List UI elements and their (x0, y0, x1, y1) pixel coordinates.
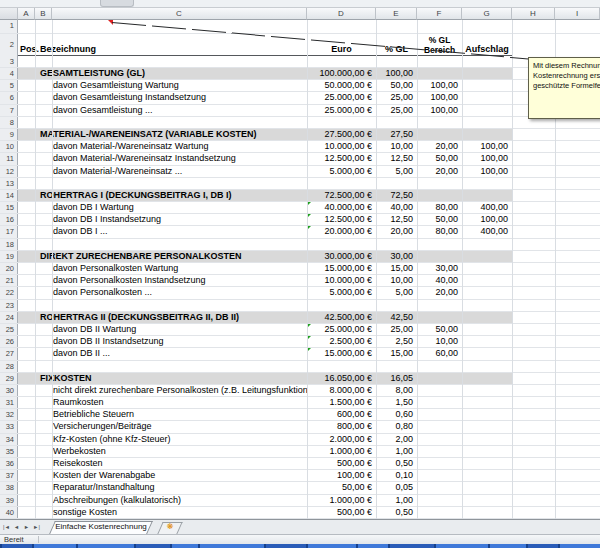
cell-i[interactable] (555, 446, 600, 457)
cell-h[interactable] (512, 153, 555, 164)
cell-h[interactable] (512, 421, 555, 432)
sheet-tab-active[interactable]: Einfache Kostenrechnung (49, 520, 153, 534)
cell-bezeichnung[interactable]: sonstige Kosten (18, 507, 307, 518)
cell-bezeichnung[interactable]: davon DB I Wartung (18, 202, 307, 213)
cell-h[interactable] (512, 214, 555, 225)
cell-aufschlag[interactable] (462, 361, 512, 372)
cell-h[interactable] (512, 202, 555, 213)
row-header[interactable]: 9 (0, 129, 18, 140)
cell-i[interactable] (555, 300, 600, 311)
cell-bezeichnung[interactable]: ROHERTRAG II (DECKUNGSBEITRAG II, DB II) (18, 312, 307, 323)
cell-aufschlag[interactable] (462, 421, 512, 432)
cell-h[interactable] (512, 141, 555, 152)
header-pos[interactable]: Pos. (18, 34, 40, 56)
row-header[interactable]: 37 (0, 470, 18, 481)
taskbar-button[interactable] (528, 544, 558, 548)
cell-pct-gl-bereich[interactable] (417, 495, 462, 506)
row-header[interactable]: 36 (0, 458, 18, 469)
cell-euro[interactable]: 15.000,00 € (307, 348, 376, 359)
cell-bezeichnung[interactable]: davon DB II Wartung (18, 324, 307, 335)
taskbar-button[interactable] (136, 544, 170, 548)
cell-i[interactable] (555, 409, 600, 420)
empty-cells[interactable] (18, 20, 600, 33)
cell-aufschlag[interactable] (462, 117, 512, 128)
cell-euro[interactable]: 1.000,00 € (307, 446, 376, 457)
cell-pct-gl-bereich[interactable] (417, 56, 462, 67)
cell-h[interactable] (512, 324, 555, 335)
column-header-i[interactable]: I (555, 8, 600, 20)
cell-i[interactable] (555, 166, 600, 177)
cell-pct-gl-bereich[interactable]: 60,00 (417, 348, 462, 359)
cell-i[interactable] (555, 348, 600, 359)
cell-aufschlag[interactable] (462, 239, 512, 250)
row-header[interactable]: 8 (0, 117, 18, 128)
cell-euro[interactable]: 12.500,00 € (307, 214, 376, 225)
taskbar-button[interactable] (34, 544, 76, 548)
cell-aufschlag[interactable] (462, 470, 512, 481)
cell-h[interactable] (512, 434, 555, 445)
cell-pct-gl[interactable]: 1,00 (376, 495, 417, 506)
cell-bezeichnung[interactable] (18, 56, 307, 67)
cell-bezeichnung[interactable]: davon Gesamtleistung ... (18, 105, 307, 116)
cell-i[interactable] (555, 434, 600, 445)
cell-i[interactable] (555, 324, 600, 335)
cell-bezeichnung[interactable]: davon Material-/Wareneinsatz Wartung (18, 141, 307, 152)
cell-pct-gl-bereich[interactable]: 100,00 (417, 92, 462, 103)
cell-i[interactable] (555, 226, 600, 237)
cell-pct-gl[interactable]: 2,00 (376, 434, 417, 445)
cell-h[interactable] (512, 373, 555, 384)
cell-euro[interactable]: 1.500,00 € (307, 397, 376, 408)
cell-pct-gl[interactable]: 12,50 (376, 153, 417, 164)
cell-bezeichnung[interactable]: davon Gesamtleistung Wartung (18, 80, 307, 91)
cell-pct-gl[interactable]: 40,00 (376, 202, 417, 213)
row-header[interactable]: 29 (0, 373, 18, 384)
row-header[interactable]: 5 (0, 80, 18, 91)
cell-i[interactable] (555, 385, 600, 396)
cell-h[interactable] (512, 300, 555, 311)
cell-euro[interactable] (307, 117, 376, 128)
cell-pct-gl-bereich[interactable] (417, 458, 462, 469)
cell-aufschlag[interactable] (462, 263, 512, 274)
cell-pct-gl[interactable]: 5,00 (376, 166, 417, 177)
cell-pct-gl[interactable] (376, 178, 417, 189)
cell-euro[interactable]: 72.500,00 € (307, 190, 376, 201)
row-header[interactable]: 25 (0, 324, 18, 335)
cell-h[interactable] (512, 239, 555, 250)
cell-euro[interactable] (307, 178, 376, 189)
cell-bezeichnung[interactable]: davon Material-/Wareneinsatz ... (18, 166, 307, 177)
cell-aufschlag[interactable] (462, 190, 512, 201)
row-header[interactable]: 27 (0, 348, 18, 359)
cell-bezeichnung[interactable] (18, 178, 307, 189)
cell-bezeichnung[interactable] (18, 300, 307, 311)
cell-i[interactable] (555, 458, 600, 469)
cell-pct-gl[interactable]: 0,10 (376, 470, 417, 481)
cell-pct-gl[interactable]: 8,00 (376, 385, 417, 396)
cell-aufschlag[interactable] (462, 507, 512, 518)
cell-i[interactable] (555, 397, 600, 408)
cell-bezeichnung[interactable]: Werbekosten (18, 446, 307, 457)
cell-pct-gl-bereich[interactable] (417, 129, 462, 140)
cell-aufschlag[interactable] (462, 56, 512, 67)
cell-euro[interactable]: 20.000,00 € (307, 226, 376, 237)
cell-pct-gl[interactable]: 15,00 (376, 348, 417, 359)
row-header[interactable]: 3 (0, 56, 18, 67)
cell-pct-gl[interactable]: 0,50 (376, 458, 417, 469)
insert-worksheet-tab[interactable]: ❋ (157, 520, 183, 534)
row-header[interactable]: 17 (0, 226, 18, 237)
header-aufschlag[interactable]: Aufschlag (462, 34, 512, 56)
cell-i[interactable] (555, 263, 600, 274)
taskbar-button[interactable] (2, 544, 32, 548)
cell-pct-gl-bereich[interactable] (417, 434, 462, 445)
cell-aufschlag[interactable]: 100,00 (462, 166, 512, 177)
cell-bezeichnung[interactable] (18, 239, 307, 250)
cell-i[interactable] (555, 495, 600, 506)
row-header[interactable]: 31 (0, 397, 18, 408)
cell-bezeichnung[interactable]: Reparatur/Instandhaltung (18, 482, 307, 493)
row-header[interactable]: 24 (0, 312, 18, 323)
cell-aufschlag[interactable] (462, 312, 512, 323)
cell-i[interactable] (555, 470, 600, 481)
cell-aufschlag[interactable] (462, 482, 512, 493)
cell-pct-gl-bereich[interactable] (417, 312, 462, 323)
cell-i[interactable] (555, 202, 600, 213)
cell-bezeichnung[interactable]: davon Personalkosten ... (18, 287, 307, 298)
